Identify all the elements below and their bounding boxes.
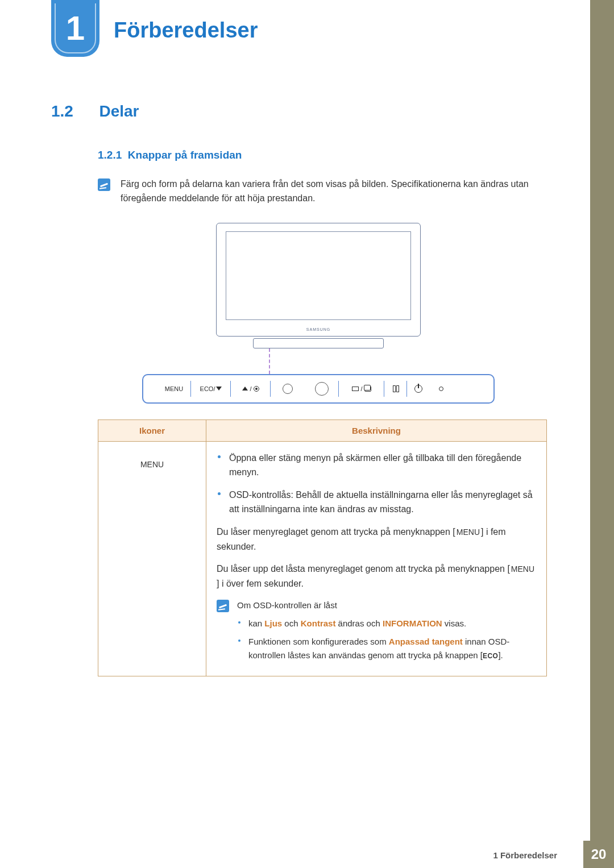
slot-icon xyxy=(393,385,396,392)
monitor-screen xyxy=(226,231,411,320)
rectangle-icon xyxy=(352,387,359,391)
highlight-ljus: Ljus xyxy=(264,618,282,628)
subnote-title: Om OSD-kontrollen är låst xyxy=(237,599,536,612)
power-icon xyxy=(414,385,422,393)
panel-slot-icon xyxy=(384,380,407,398)
paragraph: Du låser upp det låsta menyreglaget geno… xyxy=(217,562,536,591)
subsection-title: Knappar på framsidan xyxy=(128,149,242,161)
note-text: Färg och form på delarna kan variera frå… xyxy=(121,177,546,206)
table-icon-cell: MENU xyxy=(98,441,206,676)
table-header-description: Beskrivning xyxy=(206,420,547,441)
list-item: kan Ljus och Kontrast ändras och INFORMA… xyxy=(237,617,536,630)
triangle-down-icon xyxy=(216,387,222,391)
right-margin-stripe xyxy=(590,0,614,868)
table-header-icons: Ikoner xyxy=(98,420,206,441)
highlight-anpassad-tangent: Anpassad tangent xyxy=(389,637,463,646)
panel-menu-label: MENU xyxy=(157,380,191,398)
table-row: MENU Öppna eller stäng menyn på skärmen … xyxy=(98,441,547,676)
footer-chapter-ref: 1 Förberedelser xyxy=(493,850,557,860)
subnote-list: kan Ljus och Kontrast ändras och INFORMA… xyxy=(237,617,536,662)
subsection-heading: 1.2.1 Knappar på framsidan xyxy=(98,149,546,161)
monitor-brand-label: SAMSUNG xyxy=(217,327,420,331)
section-heading: 1.2 Delar xyxy=(51,102,546,121)
inline-key-menu: MENU xyxy=(510,563,536,575)
list-item: OSD-kontrollås: Behåll de aktuella instä… xyxy=(217,488,536,517)
monitor-outline: SAMSUNG xyxy=(216,223,421,337)
button-panel: MENU ECO/ / / xyxy=(142,374,495,404)
chapter-title: Förberedelser xyxy=(114,18,258,43)
inline-key-eco: ECO xyxy=(483,652,499,660)
note-icon xyxy=(98,178,110,191)
circle-big-icon xyxy=(315,382,329,396)
list-item: Öppna eller stäng menyn på skärmen eller… xyxy=(217,451,536,480)
panel-led-icon xyxy=(430,380,453,398)
highlight-kontrast: Kontrast xyxy=(301,618,336,628)
page-content: 1.2 Delar 1.2.1 Knappar på framsidan Fär… xyxy=(51,102,546,676)
note-icon xyxy=(217,600,229,612)
description-table: Ikoner Beskrivning MENU Öppna eller stän… xyxy=(98,420,547,677)
section-title: Delar xyxy=(99,102,139,120)
triangle-up-icon xyxy=(242,387,248,391)
subnote-block: Om OSD-kontrollen är låst kan Ljus och K… xyxy=(217,599,536,667)
monitor-stand xyxy=(253,338,384,348)
panel-power-icon xyxy=(407,380,430,398)
paragraph: Du låser menyreglaget genom att trycka p… xyxy=(217,525,536,554)
menu-key-label: MENU xyxy=(139,458,165,471)
panel-auto-source-label: / xyxy=(339,380,384,398)
highlight-information: INFORMATION xyxy=(383,618,442,628)
note-block: Färg och form på delarna kan variera frå… xyxy=(98,177,546,206)
section-number: 1.2 xyxy=(51,102,97,121)
callout-dashed-line xyxy=(269,348,270,374)
monitor-diagram: SAMSUNG MENU ECO/ / / xyxy=(142,223,495,404)
circle-icon xyxy=(283,384,293,394)
panel-circle-2 xyxy=(305,380,339,398)
list-item: Funktionen som konfigurerades som Anpass… xyxy=(237,635,536,662)
subsection-number: 1.2.1 xyxy=(98,149,122,161)
led-icon xyxy=(439,387,443,391)
panel-circle-1 xyxy=(271,380,305,398)
chapter-tab: 1 xyxy=(51,0,99,57)
inline-key-menu: MENU xyxy=(455,526,481,538)
slot-icon xyxy=(396,385,399,392)
panel-eco-down-label: ECO/ xyxy=(191,380,231,398)
table-desc-cell: Öppna eller stäng menyn på skärmen eller… xyxy=(206,441,547,676)
bullet-list: Öppna eller stäng menyn på skärmen eller… xyxy=(217,451,536,517)
page-footer: 1 Förberedelser 20 xyxy=(0,841,614,868)
footer-page-number: 20 xyxy=(583,841,614,868)
panel-up-enter-label: / xyxy=(231,380,271,398)
